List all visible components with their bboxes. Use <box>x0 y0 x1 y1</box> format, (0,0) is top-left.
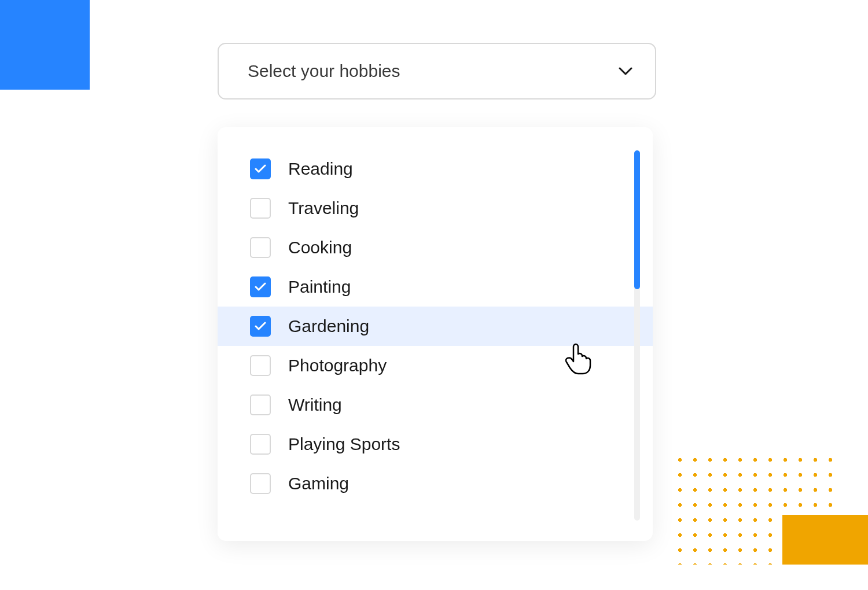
pointer-cursor-icon <box>564 342 592 375</box>
option-label: Painting <box>288 277 351 297</box>
option-label: Traveling <box>288 198 359 218</box>
option-item[interactable]: Playing Sports <box>218 425 653 464</box>
checkbox[interactable] <box>250 355 271 376</box>
scrollbar-thumb[interactable] <box>634 150 640 289</box>
dropdown-panel: ReadingTravelingCookingPaintingGardening… <box>218 127 653 541</box>
checkbox[interactable] <box>250 434 271 455</box>
decorative-orange-block <box>782 515 868 565</box>
option-label: Gardening <box>288 316 369 336</box>
option-item[interactable]: Gardening <box>218 307 653 346</box>
option-item[interactable]: Reading <box>218 149 653 189</box>
select-placeholder: Select your hobbies <box>248 61 400 81</box>
select-trigger[interactable]: Select your hobbies <box>218 43 656 99</box>
decorative-blue-square <box>0 0 90 90</box>
checkbox[interactable] <box>250 473 271 494</box>
checkbox[interactable] <box>250 316 271 337</box>
checkbox[interactable] <box>250 394 271 415</box>
dropdown-container: Select your hobbies <box>218 43 656 99</box>
option-label: Cooking <box>288 238 352 257</box>
checkbox[interactable] <box>250 158 271 179</box>
option-item[interactable]: Gaming <box>218 464 653 503</box>
option-item[interactable]: Writing <box>218 385 653 425</box>
option-label: Writing <box>288 395 342 415</box>
option-label: Photography <box>288 356 387 375</box>
option-label: Gaming <box>288 474 349 493</box>
option-item[interactable]: Cooking <box>218 228 653 267</box>
checkbox[interactable] <box>250 237 271 258</box>
chevron-down-icon <box>618 64 633 79</box>
option-item[interactable]: Traveling <box>218 189 653 228</box>
option-label: Playing Sports <box>288 434 400 454</box>
option-label: Reading <box>288 159 353 179</box>
checkbox[interactable] <box>250 276 271 297</box>
checkbox[interactable] <box>250 198 271 219</box>
option-item[interactable]: Painting <box>218 267 653 307</box>
